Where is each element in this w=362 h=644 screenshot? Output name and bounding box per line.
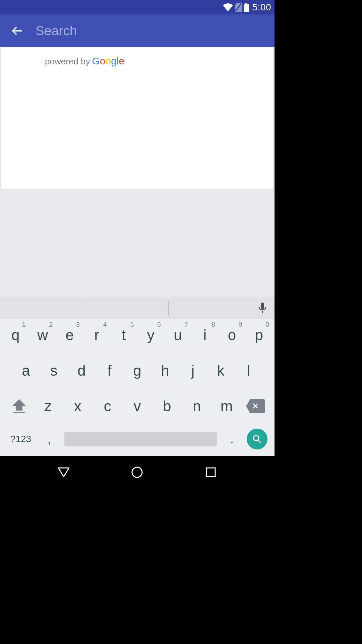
key-f[interactable]: f [96,357,123,384]
key-hint: 6 [157,321,161,328]
key-row-2: asdfghjkl [0,354,275,389]
microphone-icon [258,303,267,314]
key-e[interactable]: e3 [56,321,83,349]
results-card: powered by Google [1,47,273,189]
key-hint: 3 [76,321,80,328]
key-g[interactable]: g [123,357,151,384]
app-bar [0,14,275,47]
nav-back-button[interactable] [54,462,74,482]
key-k[interactable]: k [207,357,235,384]
key-hint: 5 [130,321,134,328]
key-i[interactable]: i8 [191,321,219,349]
key-c[interactable]: c [94,392,121,420]
key-n[interactable]: n [183,392,210,420]
svg-point-7 [132,467,142,477]
suggestion-bar [0,297,275,319]
key-j[interactable]: j [179,357,207,384]
key-p[interactable]: p0 [245,321,273,349]
divider [168,301,169,316]
content-area: powered by Google [0,47,275,189]
key-b[interactable]: b [153,392,181,420]
wifi-icon [223,3,233,11]
shift-underline [13,412,25,413]
key-m[interactable]: m [213,392,240,420]
square-icon [205,467,216,478]
comma-key[interactable]: , [38,428,61,450]
symbols-key[interactable]: ?123 [4,428,38,450]
svg-rect-1 [244,4,249,12]
key-hint: 0 [265,321,269,328]
key-row-1: q1w2e3r4t5y6u7i8o9p0 [0,319,275,354]
shift-key[interactable] [4,392,34,420]
voice-input-button[interactable] [252,298,273,318]
key-z[interactable]: z [34,392,62,420]
divider [84,301,84,316]
key-hint: 4 [103,321,107,328]
key-s[interactable]: s [40,357,68,384]
key-a[interactable]: a [12,357,40,384]
svg-rect-8 [206,468,215,477]
key-hint: 9 [238,321,242,328]
key-row-3: zxcvbnm ✕ [0,389,275,425]
arrow-back-icon [10,24,23,38]
status-clock: 5:00 [252,2,272,13]
battery-icon [244,3,249,12]
key-v[interactable]: v [123,392,151,420]
svg-rect-3 [261,303,264,309]
screen: 5:00 powered by Google [0,0,275,488]
key-row-4: ?123 , . [0,425,275,456]
google-logo: Google [92,55,124,67]
soft-keyboard: q1w2e3r4t5y6u7i8o9p0 asdfghjkl zxcvbnm ✕… [0,297,275,456]
search-input[interactable] [36,23,203,38]
nav-home-button[interactable] [127,462,147,482]
powered-by-attribution: powered by Google [45,55,273,67]
status-bar: 5:00 [0,0,275,14]
navigation-bar [0,456,275,488]
back-button[interactable] [10,24,23,38]
key-u[interactable]: u7 [164,321,191,349]
svg-rect-2 [245,3,247,4]
key-hint: 1 [22,321,26,328]
circle-icon [131,466,143,478]
powered-by-label: powered by [45,56,90,67]
search-icon [252,434,262,444]
key-hint: 7 [184,321,188,328]
key-x[interactable]: x [64,392,92,420]
key-t[interactable]: t5 [110,321,137,349]
key-o[interactable]: o9 [219,321,246,349]
key-hint: 2 [49,321,53,328]
key-d[interactable]: d [68,357,96,384]
key-y[interactable]: y6 [137,321,165,349]
key-h[interactable]: h [151,357,179,384]
key-r[interactable]: r4 [83,321,110,349]
key-hint: 8 [212,321,215,328]
backspace-key[interactable]: ✕ [240,392,270,420]
no-sim-icon [235,3,242,12]
search-action-key[interactable] [244,429,270,449]
svg-line-6 [258,440,261,443]
shift-icon [12,399,26,411]
key-q[interactable]: q1 [2,321,29,349]
triangle-down-icon [57,467,70,478]
key-w[interactable]: w2 [29,321,56,349]
key-l[interactable]: l [235,357,262,384]
period-key[interactable]: . [220,428,244,450]
spacebar-key[interactable] [64,432,217,446]
backspace-icon: ✕ [246,399,265,413]
nav-recents-button[interactable] [201,462,221,482]
